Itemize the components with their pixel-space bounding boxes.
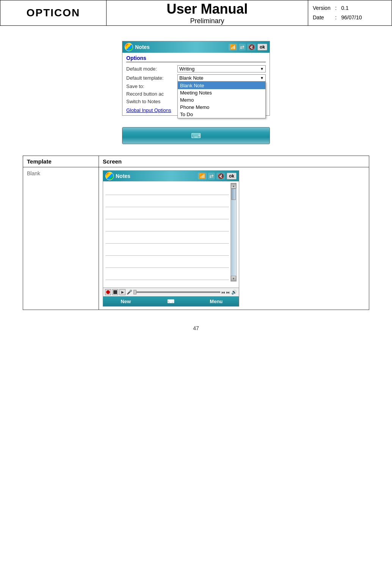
recording-bar: ▶ 🎤 ⏮ ⏭ 🔊: [103, 288, 239, 296]
notes-line: [105, 219, 229, 231]
table-header-row: Template Screen: [23, 156, 369, 167]
radio2-off-icon: 🔇: [216, 173, 225, 179]
default-mode-label: Default mode:: [126, 66, 177, 72]
record-button[interactable]: [105, 289, 111, 295]
app2-title: Notes: [116, 173, 130, 179]
play-button[interactable]: ▶: [119, 289, 125, 295]
network2-icon: ⇄: [208, 173, 215, 179]
switch-notes-label: Switch to Notes: [126, 99, 177, 104]
scrollbar-thumb[interactable]: [231, 189, 236, 200]
dropdown-item-memo[interactable]: Memo: [178, 96, 265, 104]
screen-cell: Notes 📶 ⇄ 🔇 ok: [99, 167, 369, 310]
date-row: Date : 96/07/10: [313, 13, 387, 22]
ok2-button[interactable]: ok: [227, 173, 237, 179]
fast-forward-icon[interactable]: ⏭: [226, 290, 230, 294]
col-screen-header: Screen: [99, 156, 369, 167]
header-center: User Manual Preliminary: [107, 0, 308, 25]
dropdown-item-meeting-notes[interactable]: Meeting Notes: [178, 89, 265, 96]
options-panel: Options Default mode: Writing ▼ Default …: [122, 53, 270, 115]
keyboard2-icon[interactable]: ⌨: [148, 299, 193, 304]
windows-logo-icon: [125, 43, 133, 51]
default-mode-value: Writing: [179, 66, 194, 72]
stop-button[interactable]: [112, 289, 118, 295]
dropdown-item-blank-note[interactable]: Blank Note: [178, 82, 265, 89]
keyboard-bar[interactable]: ⌨: [122, 127, 270, 144]
win-icons: 📶 ⇄ 🔇 ok: [229, 44, 267, 50]
scrollbar-up-icon[interactable]: ▲: [231, 183, 236, 189]
speaker-icon[interactable]: 🔊: [231, 289, 237, 295]
notes-line: [105, 244, 229, 256]
default-mode-control[interactable]: Writing ▼: [177, 65, 266, 72]
dropdown-item-phone-memo[interactable]: Phone Memo: [178, 104, 265, 111]
default-template-label: Default template:: [126, 75, 177, 81]
notes-lines[interactable]: [105, 183, 230, 282]
options-title: Options: [126, 55, 266, 62]
play-icon: ▶: [121, 290, 124, 294]
windows-logo2-icon: [105, 172, 114, 180]
stop-icon: [113, 290, 117, 294]
scrollbar-down-icon[interactable]: ▼: [231, 276, 236, 281]
slider-thumb[interactable]: [133, 290, 136, 294]
notes-options-screenshot: Notes 📶 ⇄ 🔇 ok Options Default mode: Wri…: [122, 41, 270, 116]
default-template-control[interactable]: Blank Note ▼ Blank Note Meeting Notes Me…: [177, 74, 266, 82]
record-button-label: Record button ac: [126, 91, 177, 97]
version-value: 0.1: [341, 3, 348, 13]
version-row: Version : 0.1: [313, 3, 387, 13]
page-header: OPTICON User Manual Preliminary Version …: [0, 0, 392, 26]
win-titlebar-2: Notes 📶 ⇄ 🔇 ok: [103, 171, 239, 181]
dropdown-item-todo[interactable]: To Do: [178, 111, 265, 118]
notes-blank-screenshot: Notes 📶 ⇄ 🔇 ok: [103, 170, 239, 307]
notes-body: ▲ ▼: [103, 181, 239, 288]
scrollbar-track: [231, 189, 236, 276]
notes-lines-area: ▲ ▼: [105, 183, 237, 282]
notes-line: [105, 256, 229, 268]
new-button[interactable]: New: [103, 299, 148, 304]
bottom-nav: New ⌨ Menu: [103, 296, 239, 306]
rewind-icon[interactable]: ⏮: [221, 290, 225, 294]
doc-title: User Manual: [166, 1, 248, 17]
slider-area[interactable]: 🎤: [127, 289, 220, 295]
header-meta: Version : 0.1 Date : 96/07/10: [308, 0, 392, 25]
win2-icons: 📶 ⇄ 🔇 ok: [198, 173, 237, 179]
notes-line: [105, 268, 229, 280]
notes-line: [105, 207, 229, 219]
record-dot-icon: [106, 290, 110, 294]
template-cell: Blank: [23, 167, 99, 310]
date-label: Date: [313, 13, 334, 22]
logo: OPTICON: [0, 0, 107, 25]
slider-icon: 🎤: [127, 289, 132, 295]
ok-button[interactable]: ok: [257, 44, 267, 50]
signal2-icon: 📶: [198, 173, 207, 179]
network-icon: ⇄: [239, 44, 246, 50]
notes-line: [105, 195, 229, 207]
date-colon: :: [335, 13, 340, 22]
default-mode-select[interactable]: Writing ▼: [177, 65, 266, 72]
menu-button[interactable]: Menu: [194, 299, 239, 304]
page-body: Notes 📶 ⇄ 🔇 ok Options Default mode: Wri…: [0, 26, 392, 346]
save-to-label: Save to:: [126, 83, 177, 89]
slider-track[interactable]: [133, 291, 220, 293]
version-colon: :: [335, 3, 340, 13]
doc-subtitle: Preliminary: [190, 17, 224, 25]
template-dropdown-menu[interactable]: Blank Note Meeting Notes Memo Phone Memo…: [177, 82, 266, 118]
default-template-select[interactable]: Blank Note ▼: [177, 74, 266, 82]
radio-off-icon: 🔇: [247, 44, 256, 50]
title-left: Notes: [125, 43, 150, 51]
dropdown-arrow-icon: ▼: [260, 67, 264, 71]
default-mode-row: Default mode: Writing ▼: [126, 65, 266, 72]
scrollbar[interactable]: ▲ ▼: [230, 183, 237, 282]
signal-icon: 📶: [229, 44, 237, 50]
template-table: Template Screen Blank Notes: [23, 156, 369, 310]
default-template-row: Default template: Blank Note ▼ Blank Not…: [126, 74, 266, 82]
page-number: 47: [193, 325, 199, 331]
dropdown-arrow2-icon: ▼: [260, 76, 264, 80]
app-title: Notes: [135, 44, 150, 50]
date-value: 96/07/10: [341, 13, 362, 22]
version-label: Version: [313, 3, 334, 13]
win-titlebar-1: Notes 📶 ⇄ 🔇 ok: [122, 41, 270, 53]
title2-left: Notes: [105, 172, 130, 180]
keyboard-icon: ⌨: [191, 132, 201, 140]
notes-line: [105, 231, 229, 244]
table-row: Blank Notes 📶 ⇄: [23, 167, 369, 310]
notes-line: [105, 183, 229, 195]
